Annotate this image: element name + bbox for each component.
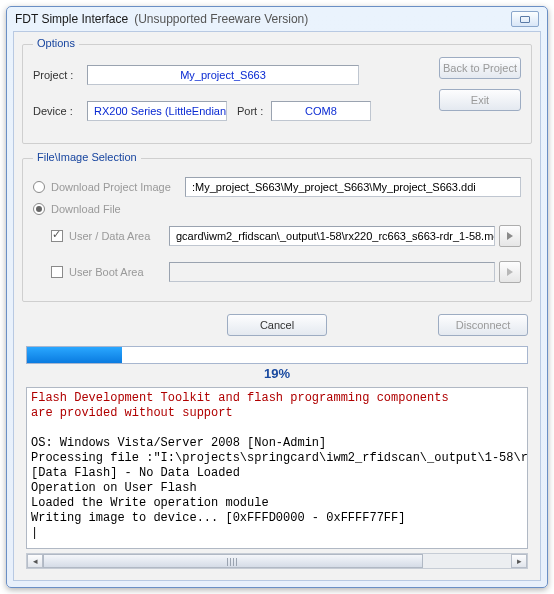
device-label: Device : bbox=[33, 105, 87, 117]
back-to-project-button[interactable]: Back to Project bbox=[439, 57, 521, 79]
user-data-area-label: User / Data Area bbox=[69, 230, 169, 242]
user-data-browse-button[interactable] bbox=[499, 225, 521, 247]
exit-button[interactable]: Exit bbox=[439, 89, 521, 111]
project-field: My_project_S663 bbox=[87, 65, 359, 85]
device-field: RX200 Series (LittleEndian) bbox=[87, 101, 227, 121]
download-file-label: Download File bbox=[51, 203, 121, 215]
download-file-radio[interactable] bbox=[33, 203, 45, 215]
log-horizontal-scrollbar[interactable]: ◂ ▸ bbox=[26, 553, 528, 569]
user-boot-area-path[interactable] bbox=[169, 262, 495, 282]
user-data-area-path[interactable]: gcard\iwm2_rfidscan\_output\1-58\rx220_r… bbox=[169, 226, 495, 246]
file-selection-group: File\Image Selection Download Project Im… bbox=[22, 158, 532, 302]
title-bar[interactable]: FDT Simple Interface (Unsupported Freewa… bbox=[7, 7, 547, 31]
download-project-image-label: Download Project Image bbox=[51, 181, 185, 193]
file-selection-legend: File\Image Selection bbox=[33, 151, 141, 163]
project-image-path: :My_project_S663\My_project_S663\My_proj… bbox=[185, 177, 521, 197]
app-window: FDT Simple Interface (Unsupported Freewa… bbox=[6, 6, 548, 588]
options-group: Options Back to Project Exit Project : M… bbox=[22, 44, 532, 144]
port-label: Port : bbox=[237, 105, 271, 117]
project-label: Project : bbox=[33, 69, 87, 81]
port-field: COM8 bbox=[271, 101, 371, 121]
window-title: FDT Simple Interface bbox=[15, 12, 128, 26]
progress-label: 19% bbox=[22, 366, 532, 381]
scroll-right-arrow-icon[interactable]: ▸ bbox=[511, 554, 527, 568]
options-legend: Options bbox=[33, 37, 79, 49]
play-icon bbox=[507, 232, 513, 240]
user-boot-area-label: User Boot Area bbox=[69, 266, 169, 278]
download-project-image-radio[interactable] bbox=[33, 181, 45, 193]
play-icon bbox=[507, 268, 513, 276]
cancel-button[interactable]: Cancel bbox=[227, 314, 327, 336]
client-area: Options Back to Project Exit Project : M… bbox=[13, 31, 541, 581]
user-boot-browse-button[interactable] bbox=[499, 261, 521, 283]
maximize-button[interactable] bbox=[511, 11, 539, 27]
scroll-left-arrow-icon[interactable]: ◂ bbox=[27, 554, 43, 568]
user-boot-area-check[interactable] bbox=[51, 266, 63, 278]
log-panel[interactable]: Flash Development Toolkit and flash prog… bbox=[26, 387, 528, 549]
progress-fill bbox=[27, 347, 122, 363]
scroll-thumb[interactable] bbox=[43, 554, 423, 568]
user-data-area-check[interactable] bbox=[51, 230, 63, 242]
window-icon bbox=[520, 16, 530, 23]
window-subtitle: (Unsupported Freeware Version) bbox=[134, 12, 308, 26]
log-text: Flash Development Toolkit and flash prog… bbox=[31, 391, 523, 541]
progress-bar bbox=[26, 346, 528, 364]
disconnect-button[interactable]: Disconnect bbox=[438, 314, 528, 336]
